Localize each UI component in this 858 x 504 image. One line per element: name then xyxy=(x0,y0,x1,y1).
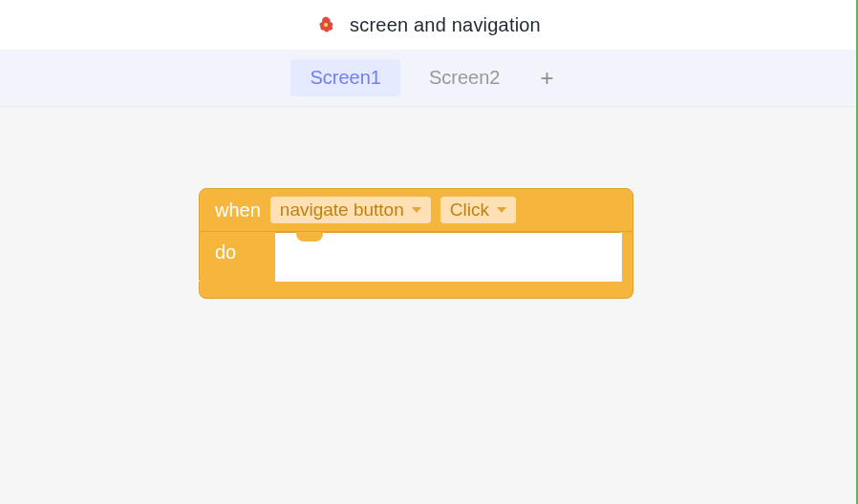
block-right-cap xyxy=(622,232,633,282)
page-title: screen and navigation xyxy=(350,14,541,36)
event-dropdown-value: Click xyxy=(450,200,489,220)
tab-screen2[interactable]: Screen2 xyxy=(410,59,520,96)
block-slot-notch xyxy=(296,232,323,242)
plus-icon: + xyxy=(540,65,553,91)
block-footer xyxy=(199,282,633,299)
block-slot-wrap xyxy=(275,232,622,282)
header-title-inner: screen and navigation xyxy=(315,14,541,36)
block-statement-slot[interactable] xyxy=(275,232,621,282)
block-body: do xyxy=(199,232,633,282)
do-keyword: do xyxy=(215,242,236,262)
tab-screen1[interactable]: Screen1 xyxy=(290,59,400,96)
chevron-down-icon xyxy=(412,207,421,213)
screen-tabs-bar: Screen1 Screen2 + xyxy=(0,50,856,107)
thunkable-icon xyxy=(315,14,336,35)
add-screen-button[interactable]: + xyxy=(528,65,565,92)
when-keyword: when xyxy=(215,200,261,221)
event-dropdown[interactable]: Click xyxy=(440,197,516,223)
component-dropdown[interactable]: navigate button xyxy=(270,197,431,223)
header-title-bar: screen and navigation xyxy=(0,0,856,50)
component-dropdown-value: navigate button xyxy=(280,200,404,220)
tab-label: Screen1 xyxy=(310,67,381,88)
block-header-row: when navigate button Click xyxy=(199,188,633,232)
do-keyword-rail: do xyxy=(199,232,275,282)
tab-label: Screen2 xyxy=(429,67,501,88)
svg-point-0 xyxy=(324,23,328,27)
chevron-down-icon xyxy=(497,207,506,213)
when-event-block[interactable]: when navigate button Click do xyxy=(199,188,633,299)
blocks-workspace[interactable]: when navigate button Click do xyxy=(0,107,856,504)
